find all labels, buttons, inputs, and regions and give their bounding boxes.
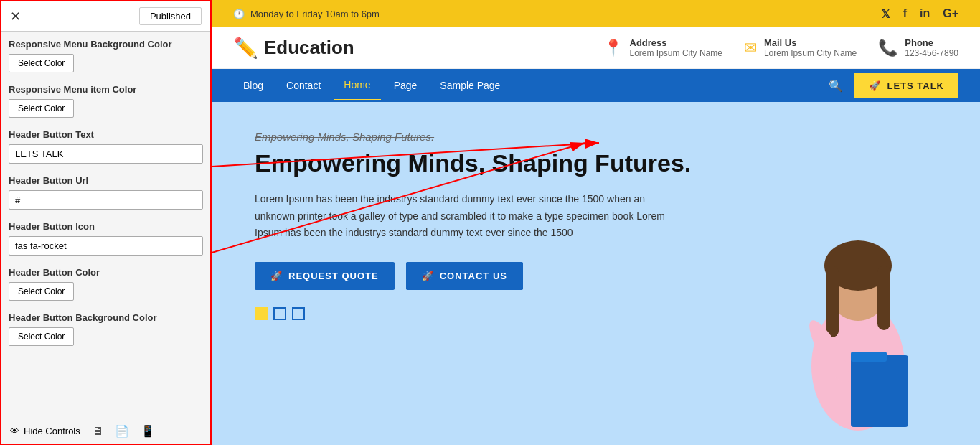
header-button-icon-label: Header Button Icon xyxy=(9,221,203,232)
panel-header: ✕ Published xyxy=(1,1,210,32)
clock-icon: 🕐 xyxy=(233,9,245,19)
header-button-color-section: Header Button Color Select Color xyxy=(9,267,203,301)
nav-item-home[interactable]: Home xyxy=(334,70,380,100)
responsive-menu-item-label: Responsive Menu item Color xyxy=(9,84,203,95)
hide-controls-button[interactable]: 👁 Hide Controls xyxy=(10,426,80,436)
address-text: Address Lorem Ipsum City Name xyxy=(630,37,722,58)
header-button-bg-section: Header Button Background Color Select Co… xyxy=(9,312,203,346)
logo-area: ✏️ Education xyxy=(233,36,354,60)
close-button[interactable]: ✕ xyxy=(10,9,21,24)
mail-title: Mail Us xyxy=(764,37,857,48)
hero-title: Empowering Minds, Shaping Futures. xyxy=(255,149,691,178)
top-bar-text: Monday to Friday 10am to 6pm xyxy=(250,9,380,19)
hero-section: Empowering Minds, Shaping Futures. Empow… xyxy=(212,102,980,445)
site-header: ✏️ Education 📍 Address Lorem Ipsum City … xyxy=(212,27,980,69)
hero-dot-1[interactable] xyxy=(255,307,268,320)
top-bar-left: 🕐 Monday to Friday 10am to 6pm xyxy=(233,9,380,19)
mail-icon: ✉ xyxy=(744,39,757,57)
header-button-icon-input[interactable] xyxy=(9,236,203,256)
tablet-device-btn[interactable]: 📄 xyxy=(115,424,129,438)
header-button-bg-color-btn[interactable]: Select Color xyxy=(9,327,74,346)
nav-item-blog[interactable]: Blog xyxy=(233,71,273,100)
responsive-menu-item-color-btn[interactable]: Select Color xyxy=(9,99,74,118)
nav-items: Blog Contact Home Page Sample Page xyxy=(233,70,829,100)
linkedin-icon[interactable]: in xyxy=(920,7,930,21)
hero-dot-3[interactable] xyxy=(292,307,305,320)
search-icon[interactable]: 🔍 xyxy=(829,79,843,93)
address-sub: Lorem Ipsum City Name xyxy=(630,48,722,58)
mail-info: ✉ Mail Us Lorem Ipsum City Name xyxy=(744,37,857,58)
address-title: Address xyxy=(630,37,722,48)
lets-talk-label: LETS TALK xyxy=(887,80,944,91)
header-button-text-input[interactable] xyxy=(9,144,203,164)
hide-controls-label: Hide Controls xyxy=(24,426,80,436)
svg-rect-4 xyxy=(826,266,839,337)
mail-text: Mail Us Lorem Ipsum City Name xyxy=(764,37,857,58)
header-info: 📍 Address Lorem Ipsum City Name ✉ Mail U… xyxy=(603,37,958,58)
top-bar-icons: 𝕏 f in G+ xyxy=(881,7,958,21)
contact-us-label: CONTACT US xyxy=(440,271,507,281)
hero-content: Empowering Minds, Shaping Futures. Empow… xyxy=(255,131,691,320)
logo-text: Education xyxy=(264,37,354,59)
responsive-menu-bg-label: Responsive Menu Background Color xyxy=(9,39,203,50)
header-button-icon-section: Header Button Icon xyxy=(9,221,203,256)
phone-text: Phone 123-456-7890 xyxy=(905,37,958,58)
hero-buttons: 🚀 REQUEST QUOTE 🚀 CONTACT US xyxy=(255,262,691,290)
left-panel: ✕ Published Responsive Menu Background C… xyxy=(0,0,212,445)
main-area: 🕐 Monday to Friday 10am to 6pm 𝕏 f in G+… xyxy=(212,0,980,445)
responsive-menu-item-section: Responsive Menu item Color Select Color xyxy=(9,84,203,118)
header-button-url-label: Header Button Url xyxy=(9,175,203,186)
header-button-url-section: Header Button Url xyxy=(9,175,203,210)
svg-rect-6 xyxy=(851,355,908,427)
contact-us-icon: 🚀 xyxy=(422,271,434,281)
request-quote-icon: 🚀 xyxy=(270,271,283,281)
phone-icon: 📞 xyxy=(878,39,897,57)
logo-icon: ✏️ xyxy=(233,36,258,60)
lets-talk-icon: 🚀 xyxy=(869,80,881,91)
mobile-device-btn[interactable]: 📱 xyxy=(141,424,155,438)
site-nav: Blog Contact Home Page Sample Page 🔍 🚀 L… xyxy=(212,69,980,102)
nav-item-sample[interactable]: Sample Page xyxy=(430,71,510,100)
panel-footer: 👁 Hide Controls 🖥 📄 📱 xyxy=(1,418,210,444)
nav-item-page[interactable]: Page xyxy=(384,71,428,100)
facebook-icon[interactable]: f xyxy=(903,7,907,21)
hero-dots xyxy=(255,307,691,320)
request-quote-label: REQUEST QUOTE xyxy=(288,271,379,281)
svg-rect-7 xyxy=(851,352,887,362)
responsive-menu-bg-section: Responsive Menu Background Color Select … xyxy=(9,39,203,72)
hero-body: Lorem Ipsum has been the industrys stand… xyxy=(255,191,685,242)
contact-us-button[interactable]: 🚀 CONTACT US xyxy=(406,262,523,290)
responsive-menu-bg-color-btn[interactable]: Select Color xyxy=(9,54,74,72)
phone-info: 📞 Phone 123-456-7890 xyxy=(878,37,958,58)
published-button[interactable]: Published xyxy=(139,7,202,25)
phone-sub: 123-456-7890 xyxy=(905,48,958,58)
lets-talk-button[interactable]: 🚀 LETS TALK xyxy=(854,73,958,98)
top-bar: 🕐 Monday to Friday 10am to 6pm 𝕏 f in G+ xyxy=(212,0,980,27)
request-quote-button[interactable]: 🚀 REQUEST QUOTE xyxy=(255,262,395,290)
phone-title: Phone xyxy=(905,37,958,48)
header-button-bg-label: Header Button Background Color xyxy=(9,312,203,323)
address-info: 📍 Address Lorem Ipsum City Name xyxy=(603,37,722,58)
header-button-color-label: Header Button Color xyxy=(9,267,203,278)
svg-rect-5 xyxy=(877,266,890,330)
hero-dot-2[interactable] xyxy=(273,307,286,320)
header-button-text-label: Header Button Text xyxy=(9,129,203,140)
nav-item-contact[interactable]: Contact xyxy=(276,71,331,100)
hero-subtitle: Empowering Minds, Shaping Futures. xyxy=(255,131,691,143)
header-button-text-section: Header Button Text xyxy=(9,129,203,164)
desktop-device-btn[interactable]: 🖥 xyxy=(92,425,103,438)
hero-image xyxy=(758,201,958,445)
mail-sub: Lorem Ipsum City Name xyxy=(764,48,857,58)
twitter-icon[interactable]: 𝕏 xyxy=(881,7,890,21)
eye-icon: 👁 xyxy=(10,426,19,436)
panel-content: Responsive Menu Background Color Select … xyxy=(1,32,210,418)
googleplus-icon[interactable]: G+ xyxy=(943,7,958,21)
header-button-color-btn[interactable]: Select Color xyxy=(9,282,74,301)
address-icon: 📍 xyxy=(603,39,623,57)
header-button-url-input[interactable] xyxy=(9,190,203,210)
